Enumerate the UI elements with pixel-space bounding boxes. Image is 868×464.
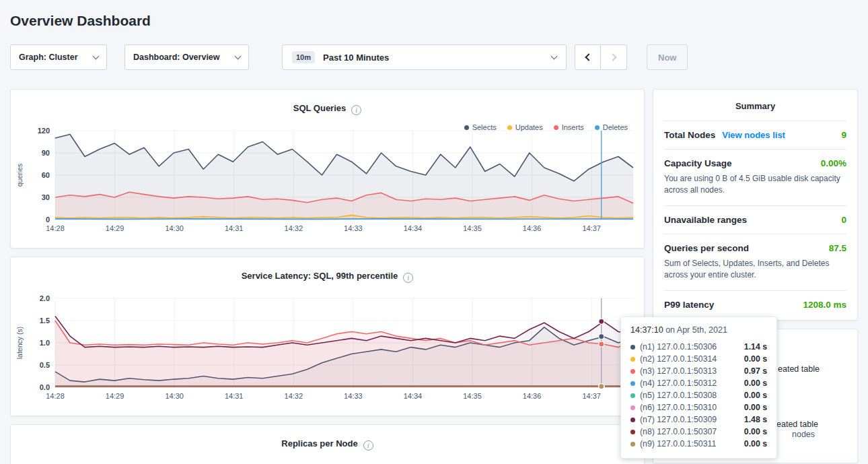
series-dot [507, 125, 512, 130]
now-button[interactable]: Now [647, 44, 688, 70]
node-dot [630, 442, 635, 446]
summary-description: Sum of Selects, Updates, Inserts, and De… [664, 258, 846, 281]
tooltip-row: (n9) 127.0.0.1:503110.00 s [630, 438, 767, 450]
replicas-per-node-panel: Replicas per Nodei [10, 424, 645, 464]
legend-item-inserts: Inserts [554, 123, 584, 131]
legend-item-deletes: Deletes [595, 123, 628, 131]
svg-text:14:34: 14:34 [404, 392, 423, 400]
chevron-right-icon [609, 53, 616, 61]
info-icon[interactable]: i [403, 273, 413, 283]
svg-text:14:36: 14:36 [523, 392, 542, 400]
chart-header: SQL Queriesi [11, 90, 644, 120]
graph-dropdown[interactable]: Graph: Cluster [10, 44, 107, 70]
node-dot [630, 405, 635, 410]
summary-row-capacity-usage: Capacity Usage 0.00% You are using 0 B o… [664, 150, 846, 206]
event-text-fragment: nodes [792, 430, 815, 439]
node-dot [630, 393, 635, 398]
sql-queries-chart[interactable]: 030609012014:2814:2914:3014:3114:3214:33… [13, 125, 644, 240]
svg-text:14:35: 14:35 [463, 392, 482, 400]
dashboard-controls: Graph: Cluster Dashboard: Overview 10m P… [10, 44, 858, 70]
summary-value: 0 [841, 215, 846, 225]
summary-description: You are using 0 B of 4.5 GiB usable disk… [664, 173, 846, 197]
svg-text:0.0: 0.0 [40, 383, 50, 391]
summary-value: 87.5 [829, 243, 846, 253]
svg-text:60: 60 [42, 171, 50, 179]
svg-text:14:33: 14:33 [344, 224, 363, 232]
chevron-down-icon [93, 53, 100, 59]
legend-item-updates: Updates [507, 123, 543, 131]
summary-label: Capacity Usage [664, 158, 732, 168]
svg-text:14:35: 14:35 [463, 224, 482, 232]
time-prev-button[interactable] [575, 44, 601, 70]
node-dot [630, 357, 635, 362]
tooltip-row: (n8) 127.0.0.1:503070.00 s [630, 426, 767, 438]
svg-text:14:32: 14:32 [285, 224, 303, 232]
svg-text:1.0: 1.0 [40, 339, 50, 347]
time-range-dropdown[interactable]: 10m Past 10 Minutes [282, 44, 567, 70]
svg-text:30: 30 [42, 193, 50, 201]
chevron-down-icon [235, 53, 242, 59]
svg-text:1.5: 1.5 [40, 317, 50, 325]
service-latency-panel: Service Latency: SQL, 99th percentilei 0… [10, 257, 645, 416]
series-dot [554, 125, 558, 130]
view-nodes-list-link[interactable]: View nodes list [722, 130, 785, 140]
svg-text:0: 0 [46, 216, 50, 224]
svg-text:queries: queries [15, 164, 24, 187]
legend-item-selects: Selects [464, 123, 497, 131]
svg-text:14:29: 14:29 [106, 224, 124, 232]
info-icon[interactable]: i [363, 440, 373, 451]
svg-text:14:30: 14:30 [165, 224, 184, 232]
chart-title: Service Latency: SQL, 99th percentile [242, 271, 398, 281]
summary-value: 9 [841, 130, 846, 140]
tooltip-row: (n5) 127.0.0.1:503080.00 s [630, 389, 767, 401]
summary-body: Total Nodes View nodes list 9 Capacity U… [653, 121, 857, 320]
summary-title: Summary [664, 90, 846, 121]
tooltip-row: (n2) 127.0.0.1:503140.00 s [630, 353, 767, 365]
svg-text:14:33: 14:33 [344, 392, 363, 400]
chart-header: Replicas per Nodei [11, 425, 644, 455]
graph-dropdown-label: Graph: Cluster [19, 53, 78, 62]
summary-label: Queries per second [664, 243, 749, 253]
series-dot [464, 125, 469, 130]
series-dot [595, 125, 600, 130]
svg-text:14:30: 14:30 [165, 392, 184, 400]
event-text-fragment: eated table [776, 420, 818, 429]
service-latency-chart[interactable]: 0.00.51.01.52.014:2814:2914:3014:3114:32… [13, 293, 644, 407]
info-icon[interactable]: i [351, 105, 361, 115]
summary-panel: Summary Total Nodes View nodes list 9 Ca… [653, 89, 858, 321]
tooltip-row: (n1) 127.0.0.1:503061.14 s [630, 341, 767, 353]
svg-text:14:28: 14:28 [46, 392, 65, 400]
sql-queries-panel: SQL Queriesi Selects Updates Inserts Del… [10, 89, 645, 248]
node-dot [630, 418, 635, 422]
chart-title: Replicas per Node [281, 438, 357, 449]
node-dot [630, 369, 635, 374]
time-range-badge: 10m [292, 51, 315, 63]
page-title: Overview Dashboard [10, 11, 868, 31]
event-text-fragment: eated table [778, 364, 820, 374]
summary-value: 0.00% [821, 158, 846, 168]
node-dot [630, 381, 635, 386]
time-next-button[interactable] [601, 44, 627, 70]
summary-value: 1208.0 ms [803, 300, 846, 310]
tooltip-row: (n7) 127.0.0.1:503091.48 s [630, 413, 767, 426]
svg-text:2.0: 2.0 [40, 294, 50, 302]
svg-text:14:37: 14:37 [582, 224, 601, 232]
dashboard-dropdown[interactable]: Dashboard: Overview [124, 44, 249, 70]
summary-row-p99-latency: P99 latency 1208.0 ms [664, 291, 846, 319]
tooltip-header: 14:37:10 on Apr 5th, 2021 [630, 325, 767, 335]
svg-text:14:34: 14:34 [404, 224, 423, 232]
summary-label: P99 latency [664, 300, 714, 310]
svg-text:14:37: 14:37 [582, 392, 601, 400]
svg-text:0.5: 0.5 [40, 361, 50, 369]
time-step-buttons [575, 44, 627, 70]
svg-text:14:36: 14:36 [523, 224, 542, 232]
svg-text:14:29: 14:29 [106, 392, 124, 400]
svg-text:latency (s): latency (s) [15, 327, 24, 359]
summary-row-unavailable-ranges: Unavailable ranges 0 [664, 206, 846, 234]
chart-hover-tooltip: 14:37:10 on Apr 5th, 2021 (n1) 127.0.0.1… [620, 317, 777, 459]
node-dot [630, 430, 635, 434]
svg-text:14:31: 14:31 [225, 392, 244, 400]
svg-text:14:31: 14:31 [225, 224, 244, 232]
chevron-left-icon [585, 53, 592, 61]
summary-row-total-nodes: Total Nodes View nodes list 9 [664, 121, 846, 150]
